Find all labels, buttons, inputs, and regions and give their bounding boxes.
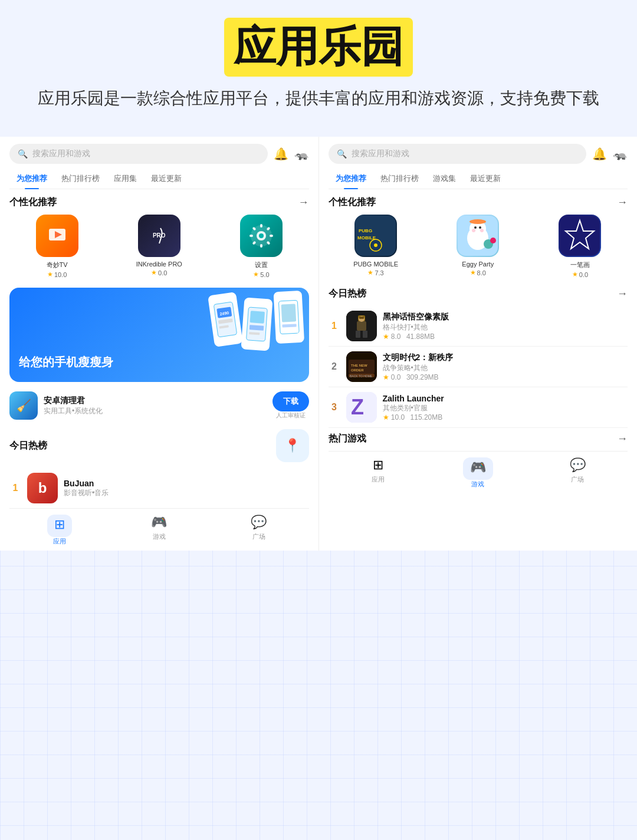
nav-left-plaza[interactable]: 💬 广场	[209, 509, 308, 551]
right-personalized-title: 个性化推荐	[329, 196, 376, 209]
nav-plaza-icon-left: 💬	[251, 515, 267, 530]
app-name-qimiaotv: 奇妙TV	[47, 261, 68, 269]
svg-text:ORDER: ORDER	[351, 368, 364, 372]
app-item-settings[interactable]: 设置 ★ 5.0	[214, 215, 308, 278]
right-personalized-header: 个性化推荐 →	[329, 196, 628, 209]
hot-info-wukong: 黑神话悟空像素版 格斗快打•其他 ★ 8.0 41.88MB	[383, 312, 628, 341]
subtitle: 应用乐园是一款综合性应用平台，提供丰富的应用和游戏资源，支持免费下载	[24, 86, 613, 111]
app-item-pubg[interactable]: PUBG MOBILE PUBG MOBILE ★ 7.3	[329, 215, 423, 278]
bujuan-sub: 影音视听•音乐	[64, 488, 309, 498]
tab-left-collection[interactable]: 应用集	[107, 169, 144, 189]
bell-icon-right[interactable]: 🔔	[592, 147, 607, 161]
tab-left-recent[interactable]: 最近更新	[144, 169, 189, 189]
nav-left-games[interactable]: 🎮 游戏	[109, 509, 209, 551]
app-item-yibihua[interactable]: 一笔画 ★ 0.0	[533, 215, 628, 278]
bujuan-item[interactable]: 1 b BuJuan 影音视听•音乐	[9, 468, 309, 508]
app-item-inkredible[interactable]: PRO INKredible PRO ★ 0.0	[111, 215, 206, 278]
left-hot-arrow: 📍	[276, 429, 309, 462]
review-label: 人工审核证	[272, 411, 309, 420]
app-item-qimiaotv[interactable]: 奇妙TV ★ 10.0	[9, 215, 104, 278]
right-personalized-arrow[interactable]: →	[617, 196, 628, 209]
app-rating-eggy: ★ 8.0	[470, 269, 486, 276]
tab-right-games[interactable]: 游戏集	[426, 169, 463, 189]
left-search-bar[interactable]: 🔍 搜索应用和游戏	[9, 144, 268, 164]
hot-icon-zalith: Z	[346, 392, 377, 423]
nav-left-apps[interactable]: ⊞ 应用	[9, 509, 109, 551]
nav-right-plaza[interactable]: 💬 广场	[528, 452, 628, 493]
hot-icon-wukong	[346, 311, 377, 341]
app-name-eggy: Eggy Party	[462, 261, 494, 268]
hot-meta-wukong: ★ 8.0 41.88MB	[383, 332, 628, 341]
left-personalized-arrow[interactable]: →	[298, 196, 309, 209]
main-title: 应用乐园	[224, 18, 413, 77]
hot-item-1[interactable]: 1 黑神话悟空像素版 格斗快打•其他 ★ 8.0	[329, 306, 628, 347]
tab-left-recommend[interactable]: 为您推荐	[9, 169, 54, 189]
nav-right-apps-label: 应用	[372, 475, 385, 484]
nav-apps-icon-right: ⊞	[373, 457, 383, 473]
bear-icon-right[interactable]: 🦡	[613, 147, 628, 161]
cleaner-sub: 实用工具•系统优化	[44, 406, 267, 416]
left-hot-title: 今日热榜	[9, 440, 47, 452]
hot-meta-wenming: ★ 0.0 309.29MB	[383, 373, 628, 381]
app-icon-eggy	[457, 215, 499, 257]
app-download-row: 🧹 安卓清理君 实用工具•系统优化 下载 人工审核证	[9, 391, 309, 420]
svg-text:PUBG: PUBG	[359, 228, 372, 233]
bujuan-info: BuJuan 影音视听•音乐	[64, 479, 309, 498]
left-tabs: 为您推荐 热门排行榜 应用集 最近更新	[9, 169, 309, 189]
svg-point-37	[469, 219, 486, 224]
svg-rect-44	[357, 321, 366, 331]
tab-right-hot[interactable]: 热门排行榜	[373, 169, 426, 189]
app-rating-inkredible: ★ 0.0	[151, 269, 167, 276]
app-name-inkredible: INKredible PRO	[136, 261, 182, 268]
bell-icon-left[interactable]: 🔔	[274, 147, 288, 161]
svg-point-33	[474, 226, 477, 229]
app-rating-qimiaotv: ★ 10.0	[47, 271, 67, 278]
app-icon-inkredible: PRO	[138, 215, 180, 257]
svg-rect-7	[270, 235, 273, 237]
left-banner[interactable]: 2490	[9, 288, 309, 382]
nav-right-games[interactable]: 🎮 游戏	[428, 452, 528, 493]
hot-rank-2: 2	[329, 361, 340, 372]
hot-item-3[interactable]: 3 Z Zalith Launcher 其他类别•官服 ★ 10.0 115.2…	[329, 387, 628, 428]
right-hot-arrow[interactable]: →	[617, 288, 628, 300]
right-panel: 🔍 搜索应用和游戏 🔔 🦡 为您推荐 热门排行榜 游戏集 最近更新 个性化推荐 …	[319, 137, 638, 551]
left-app-grid: 奇妙TV ★ 10.0 PRO INKredible PRO ★ 0.0	[9, 215, 309, 278]
left-personalized-title: 个性化推荐	[9, 196, 57, 209]
hot-sub-wukong: 格斗快打•其他	[383, 322, 628, 332]
app-icon-yibihua	[559, 215, 601, 257]
svg-rect-9	[260, 244, 262, 248]
svg-text:THE NEW: THE NEW	[351, 364, 367, 367]
bear-icon-left[interactable]: 🦡	[294, 147, 309, 161]
hot-item-2[interactable]: 2 THE NEW ORDER BACK TO HOME 文明时代2：新秩序 战…	[329, 347, 628, 387]
tab-right-recent[interactable]: 最近更新	[463, 169, 508, 189]
svg-point-39	[490, 238, 496, 243]
svg-rect-48	[359, 317, 364, 319]
nav-right-games-label: 游戏	[471, 480, 484, 489]
svg-point-35	[472, 229, 475, 232]
right-search-bar[interactable]: 🔍 搜索应用和游戏	[329, 144, 587, 164]
svg-point-36	[480, 229, 484, 232]
app-name-yibihua: 一笔画	[570, 261, 590, 269]
svg-rect-46	[363, 331, 367, 338]
app-icon-settings	[240, 215, 283, 257]
left-personalized-header: 个性化推荐 →	[9, 196, 309, 209]
hot-sub-wenming: 战争策略•其他	[383, 363, 628, 373]
banner-phones: 2490	[211, 294, 303, 345]
right-hot-games-arrow[interactable]: →	[617, 433, 628, 445]
tab-left-hot[interactable]: 热门排行榜	[54, 169, 107, 189]
nav-games-icon-right: 🎮	[470, 460, 486, 475]
hot-info-zalith: Zalith Launcher 其他类别•官服 ★ 10.0 115.20MB	[383, 394, 628, 421]
nav-apps-icon: ⊞	[54, 517, 65, 532]
left-search-row: 🔍 搜索应用和游戏 🔔 🦡	[9, 144, 309, 164]
nav-right-apps[interactable]: ⊞ 应用	[329, 452, 428, 493]
hot-info-wenming: 文明时代2：新秩序 战争策略•其他 ★ 0.0 309.29MB	[383, 353, 628, 381]
app-rating-pubg: ★ 7.3	[367, 269, 383, 276]
app-icon-qimiaotv	[36, 215, 78, 257]
hot-sub-zalith: 其他类别•官服	[383, 403, 628, 413]
left-search-placeholder: 搜索应用和游戏	[32, 149, 260, 159]
app-item-eggy[interactable]: Eggy Party ★ 8.0	[431, 215, 526, 278]
download-button[interactable]: 下载	[272, 391, 309, 411]
nav-left-plaza-label: 广场	[252, 532, 265, 541]
svg-text:Z: Z	[351, 395, 364, 419]
tab-right-recommend[interactable]: 为您推荐	[329, 169, 373, 189]
